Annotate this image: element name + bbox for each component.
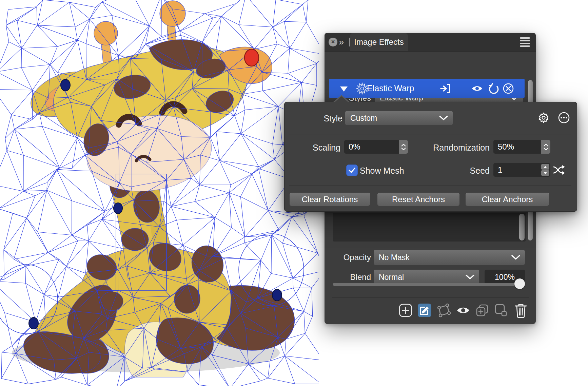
duplicate-button[interactable] [493, 303, 509, 318]
remove-effect-icon[interactable] [503, 83, 514, 94]
edit-pencil-icon [417, 303, 432, 318]
chevron-down-icon [544, 148, 548, 150]
warp-anchor-point[interactable] [272, 289, 282, 301]
panel-collapse-icon[interactable]: » [339, 36, 344, 48]
opacity-mask-dropdown[interactable]: No Mask [374, 250, 525, 265]
popover-divider [289, 186, 571, 186]
clear-rotations-button[interactable]: Clear Rotations [290, 193, 370, 206]
chevron-down-icon [511, 255, 520, 260]
giraffe-artwork [0, 0, 319, 386]
randomization-input[interactable]: 50% [493, 140, 550, 154]
toolbar-divider [332, 297, 529, 297]
chevron-up-icon [401, 144, 406, 147]
tab-image-effects[interactable]: Image Effects [350, 33, 408, 51]
show-mesh-label: Show Mesh [360, 166, 404, 176]
warp-mesh-icon [436, 303, 451, 318]
duplicate-squares-icon [493, 303, 508, 318]
seed-label: Seed [447, 166, 490, 176]
warp-anchor-point[interactable] [61, 79, 70, 91]
style-dropdown[interactable]: Custom [345, 111, 453, 125]
panel-menu-icon[interactable] [520, 37, 530, 47]
chevron-up-icon [544, 144, 548, 147]
plus-square-icon [398, 303, 413, 317]
checkmark-icon [349, 168, 355, 173]
effect-row-elastic-warp[interactable]: Elastic Warp [329, 79, 525, 98]
shuffle-seed-icon[interactable] [553, 165, 566, 175]
elastic-warp-popover: Style Custom Scaling 0% Randomization 50… [284, 102, 577, 212]
chevron-down-icon [439, 116, 448, 121]
popover-divider [289, 135, 571, 135]
warp-anchor-point[interactable] [114, 203, 122, 214]
opacity-label: Opacity [325, 253, 371, 262]
panel-header: × » Image Effects [325, 33, 536, 52]
toggle-visibility-button[interactable] [455, 303, 471, 318]
show-mesh-checkbox[interactable] [346, 165, 358, 176]
disclosure-triangle-icon[interactable] [340, 86, 348, 92]
visibility-eye-icon[interactable] [471, 84, 483, 93]
more-options-icon[interactable] [558, 112, 570, 124]
reset-anchors-button[interactable]: Reset Anchors [377, 193, 459, 206]
scaling-input[interactable]: 0% [344, 140, 408, 154]
style-label: Style [285, 114, 342, 123]
visibility-eye-icon [456, 306, 470, 315]
duplicate-add-button[interactable] [474, 303, 490, 318]
opacity-slider-thumb[interactable] [514, 278, 525, 289]
warp-anchor-point[interactable] [29, 317, 38, 329]
seed-stepper[interactable] [541, 164, 549, 176]
warp-anchor-point-selected[interactable] [244, 49, 259, 66]
settings-gear-icon[interactable] [537, 112, 550, 124]
scaling-label: Scaling [285, 143, 340, 153]
reset-effect-icon[interactable] [488, 83, 499, 94]
delete-effect-button[interactable] [513, 303, 529, 318]
scaling-stepper[interactable] [399, 140, 408, 154]
description-scrollbar[interactable] [519, 214, 525, 240]
duplicate-plus-icon [475, 303, 490, 318]
seed-input[interactable]: 1 [493, 163, 550, 177]
trash-icon [514, 303, 528, 318]
opacity-slider-track[interactable] [333, 283, 525, 286]
seed-increment[interactable] [541, 164, 549, 170]
blend-mode-dropdown[interactable]: Normal [374, 270, 479, 285]
effect-row-label: Elastic Warp [367, 79, 414, 98]
clear-anchors-button[interactable]: Clear Anchors [466, 193, 549, 206]
apply-effect-icon[interactable] [439, 83, 451, 94]
panel-close-button[interactable]: × [329, 38, 337, 46]
randomization-label: Randomization [417, 143, 490, 153]
seed-decrement[interactable] [541, 170, 549, 176]
blend-label: Blend [325, 272, 371, 282]
effect-description-box [333, 213, 526, 242]
chevron-down-icon [401, 148, 406, 150]
chevron-down-icon [466, 275, 474, 280]
effect-burst-icon [356, 82, 368, 95]
randomization-stepper[interactable] [541, 140, 550, 154]
edit-effect-button[interactable] [417, 303, 432, 318]
warp-mesh-button[interactable] [436, 303, 451, 318]
add-effect-button[interactable] [398, 303, 413, 318]
